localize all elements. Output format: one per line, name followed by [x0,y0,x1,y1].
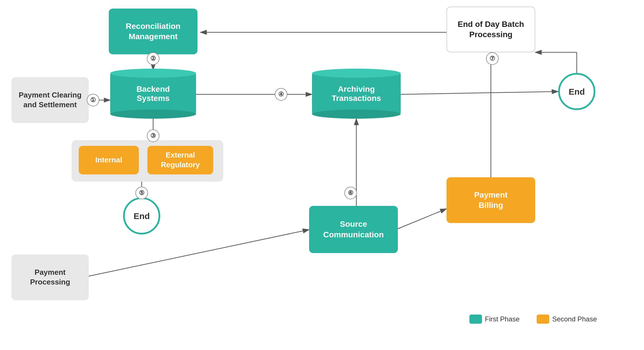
step-6: ⑥ [344,187,357,199]
step-5: ⑤ [135,187,148,199]
legend-first-phase: First Phase [469,315,519,324]
step-4: ④ [275,88,287,101]
payment-processing-node: Payment Processing [11,254,89,300]
step-2-label: ② [150,55,156,62]
archiving-label: Archiving Transactions [332,85,381,103]
second-phase-label: Second Phase [552,315,597,323]
svg-line-13 [83,230,309,277]
reconciliation-node: Reconciliation Management [109,9,197,54]
diagram-container: Reconciliation Management End of Day Bat… [0,0,644,350]
payment-billing-node: Payment Billing [447,177,535,223]
step-5-label: ⑤ [139,189,145,197]
step-7: ⑦ [486,52,499,65]
source-comm-label: Source Communication [323,219,384,240]
internal-node: Internal [79,146,139,174]
end-of-day-label: End of Day Batch Processing [458,19,524,40]
legend: First Phase Second Phase [469,315,597,324]
end-of-day-node: End of Day Batch Processing [447,7,535,52]
step-1-label: ① [90,96,96,104]
step-2: ② [147,52,159,65]
internal-label: Internal [95,155,122,165]
first-phase-color [469,315,482,324]
payment-billing-label: Payment Billing [474,190,508,211]
svg-line-8 [401,92,558,94]
payment-clearing-node: Payment Clearing and Settlement [11,77,89,123]
external-regulatory-node: External Regulatory [147,146,213,174]
external-label: External Regulatory [161,150,200,170]
payment-clearing-label: Payment Clearing and Settlement [19,90,82,110]
legend-second-phase: Second Phase [537,315,597,324]
end-right-label: End [569,86,585,97]
end-circle-bottom: End [123,197,160,234]
second-phase-color [537,315,549,324]
archiving-node: Archiving Transactions [312,69,401,119]
end-bottom-label: End [134,210,150,222]
svg-line-12 [398,209,447,229]
step-7-label: ⑦ [489,55,495,62]
backend-node: Backend Systems [110,69,196,119]
payment-processing-label: Payment Processing [30,268,70,287]
step-3: ③ [147,130,159,142]
backend-label: Backend Systems [137,85,170,103]
end-circle-right: End [558,73,595,110]
source-communication-node: Source Communication [309,206,398,253]
step-3-label: ③ [150,132,156,140]
first-phase-label: First Phase [485,315,519,323]
step-4-label: ④ [278,91,284,98]
step-6-label: ⑥ [348,189,353,197]
step-1: ① [87,94,99,106]
reconciliation-label: Reconciliation Management [126,21,180,42]
